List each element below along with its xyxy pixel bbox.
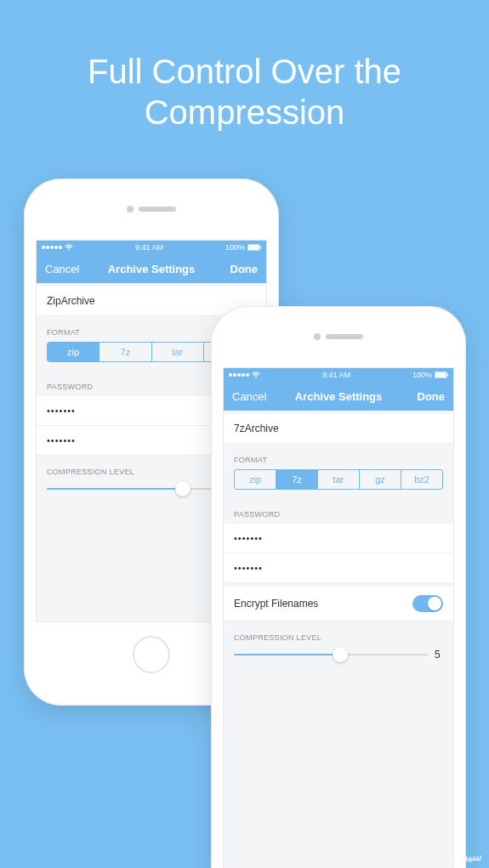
encrypt-toggle[interactable]	[412, 595, 443, 612]
encrypt-label: Encrypt Filenames	[234, 598, 318, 610]
archive-name-field[interactable]: 7zArchive	[224, 414, 453, 444]
status-bar: 9:41 AM 100%	[224, 368, 453, 382]
format-option-zip[interactable]: zip	[48, 343, 100, 361]
wifi-icon	[65, 244, 73, 251]
status-bar: 9:41 AM 100%	[37, 241, 266, 254]
signal-icon	[229, 373, 249, 377]
password-field[interactable]: •••••••	[224, 524, 453, 553]
confirm-password-field[interactable]: •••••••	[224, 553, 453, 583]
nav-title: Archive Settings	[84, 263, 219, 275]
device-mockup-right: 9:41 AM 100% Cancel Archive Settings Don…	[211, 306, 466, 868]
status-battery-text: 100%	[412, 371, 432, 379]
compression-value: 5	[435, 649, 443, 661]
status-battery-text: 100%	[225, 243, 245, 252]
format-option-7z[interactable]: 7z	[100, 343, 151, 361]
section-password: PASSWORD	[224, 498, 453, 524]
battery-icon	[435, 372, 448, 378]
format-option-7z[interactable]: 7z	[276, 470, 318, 489]
format-option-zip[interactable]: zip	[235, 470, 276, 489]
svg-rect-1	[248, 245, 259, 250]
screen-right: 9:41 AM 100% Cancel Archive Settings Don…	[223, 367, 454, 868]
format-option-tar[interactable]: tar	[152, 343, 204, 361]
nav-bar: Cancel Archive Settings Done	[224, 382, 453, 411]
section-compression: COMPRESSION LEVEL	[224, 621, 453, 647]
status-time: 9:41 AM	[73, 243, 225, 252]
wifi-icon	[252, 372, 260, 378]
svg-rect-4	[435, 372, 446, 377]
promo-headline: Full Control Over the Compression	[0, 0, 489, 133]
cancel-button[interactable]: Cancel	[232, 390, 271, 403]
done-button[interactable]: Done	[219, 263, 258, 275]
status-time: 9:41 AM	[260, 371, 412, 379]
svg-rect-5	[447, 374, 449, 377]
done-button[interactable]: Done	[406, 390, 445, 403]
format-option-bz2[interactable]: bz2	[401, 470, 442, 489]
nav-title: Archive Settings	[271, 390, 406, 403]
home-button	[133, 636, 170, 673]
svg-rect-2	[260, 247, 262, 249]
format-segmented-control[interactable]: zip7ztargzbz2	[234, 469, 443, 490]
nav-bar: Cancel Archive Settings Done	[37, 254, 266, 283]
compression-slider[interactable]	[234, 647, 428, 662]
watermark: سیبچه	[451, 849, 482, 863]
signal-icon	[42, 246, 62, 249]
battery-icon	[247, 244, 261, 251]
format-option-tar[interactable]: tar	[318, 470, 360, 489]
format-option-gz[interactable]: gz	[360, 470, 401, 489]
cancel-button[interactable]: Cancel	[45, 263, 84, 275]
section-format: FORMAT	[224, 444, 453, 469]
device-hardware-top	[24, 179, 279, 240]
device-hardware-top	[211, 306, 466, 367]
encrypt-filenames-row: Encrypt Filenames	[224, 587, 453, 621]
